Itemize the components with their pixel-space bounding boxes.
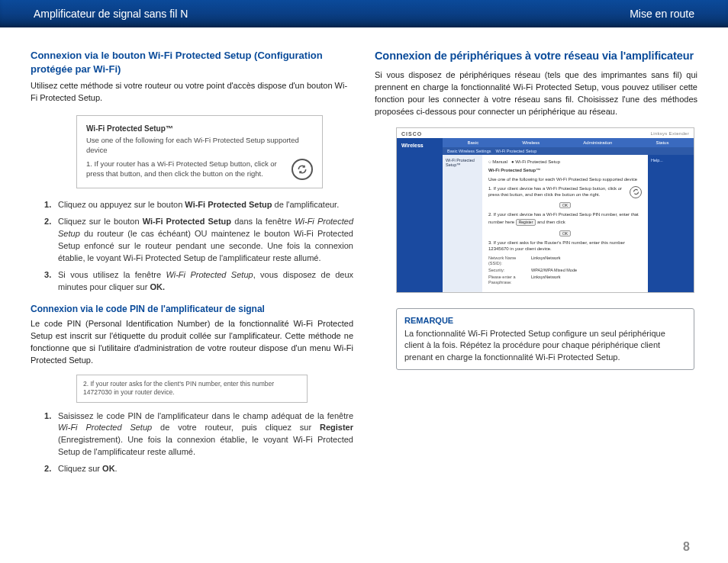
steps-wps-button: Cliquez ou appuyez sur le bouton Wi-Fi P… bbox=[47, 199, 353, 294]
bold: Wi-Fi Protected Setup bbox=[185, 200, 272, 209]
router-tab[interactable]: Administration bbox=[583, 140, 612, 145]
pin-intro: Le code PIN (Personal Identification Num… bbox=[31, 318, 353, 367]
text: (Enregistrement). Une fois la connexion … bbox=[58, 435, 353, 456]
section-heading-connect-devices: Connexion de périphériques à votre résea… bbox=[375, 49, 697, 63]
router-subtabs: Basic Wireless Settings Wi-Fi Protected … bbox=[443, 147, 694, 155]
italic: Wi-Fi Protected Setup bbox=[166, 270, 253, 279]
bold: Wi-Fi Protected Setup bbox=[143, 217, 231, 226]
router-tab[interactable]: Basic bbox=[468, 140, 479, 145]
brand-right: Linksys Extender bbox=[651, 131, 690, 137]
router-tabs: Basic Wireless Administration Status bbox=[443, 138, 694, 147]
router-right-panel: Help... bbox=[648, 155, 694, 292]
wps-icon[interactable] bbox=[630, 186, 642, 198]
figure-wps-button: Wi-Fi Protected Setup™ Use one of the fo… bbox=[76, 115, 323, 188]
router-field-value: LinksysNetwork bbox=[531, 256, 561, 266]
text: du routeur (le cas échéant) OU maintenez… bbox=[58, 229, 353, 262]
page-number: 8 bbox=[683, 540, 690, 554]
text: Cliquez sur bbox=[58, 464, 102, 473]
brand-logo: CISCO bbox=[401, 131, 422, 137]
text: de l'amplificateur. bbox=[272, 200, 340, 209]
router-step-1: 1. If your client device has a Wi-Fi Pro… bbox=[488, 186, 627, 198]
router-ok-button[interactable]: OK bbox=[559, 230, 571, 237]
text: . bbox=[115, 464, 118, 473]
router-field-label: Please enter a Passphrase: bbox=[488, 275, 527, 285]
bold: Register bbox=[320, 423, 353, 432]
header-bar: Amplificateur de signal sans fil N Mise … bbox=[0, 0, 728, 27]
router-field-label: Security: bbox=[488, 268, 527, 273]
router-field-value: LinksysNetwork bbox=[531, 275, 561, 285]
router-main-panel: ○ Manual ● Wi-Fi Protected Setup Wi-Fi P… bbox=[482, 155, 648, 292]
bold: OK bbox=[102, 464, 115, 473]
figure-subtitle: Use one of the following for each Wi-Fi … bbox=[86, 136, 313, 156]
note-text: La fonctionnalité Wi-Fi Protected Setup … bbox=[404, 329, 665, 362]
router-side-label: Wireless bbox=[397, 138, 443, 292]
text: Si vous utilisez la fenêtre bbox=[58, 270, 166, 279]
router-step-3: 3. If your client asks for the Router's … bbox=[488, 240, 642, 253]
step-item: Cliquez ou appuyez sur le bouton Wi-Fi P… bbox=[47, 199, 353, 211]
figure-pin-instruction: 2. If your router asks for the client's … bbox=[76, 375, 308, 403]
page-body: Connexion via le bouton Wi-Fi Protected … bbox=[0, 27, 728, 480]
figure-router-admin: CISCO Linksys Extender Wireless Basic Wi… bbox=[396, 127, 694, 293]
italic: Wi-Fi Protected Setup bbox=[58, 423, 152, 432]
router-content-line: Use one of the following for each Wi-Fi … bbox=[488, 177, 642, 183]
bold: OK. bbox=[150, 282, 165, 291]
left-column: Connexion via le bouton Wi-Fi Protected … bbox=[31, 49, 353, 480]
note-label: REMARQUE bbox=[404, 315, 686, 327]
step-item: Si vous utilisez la fenêtre Wi-Fi Protec… bbox=[47, 269, 353, 294]
text: Cliquez ou appuyez sur le bouton bbox=[58, 200, 185, 209]
header-left: Amplificateur de signal sans fil N bbox=[34, 8, 188, 20]
text: de votre routeur, puis cliquez sur bbox=[152, 423, 320, 432]
router-help-link[interactable]: Help... bbox=[651, 158, 663, 162]
router-field-label: Network Name (SSID): bbox=[488, 256, 527, 266]
text: Saisissez le code PIN de l'amplificateur… bbox=[58, 411, 353, 420]
router-mode-option[interactable]: Wi-Fi Protected Setup bbox=[515, 159, 560, 164]
step-item: Cliquez sur OK. bbox=[47, 463, 353, 475]
figure-step-text: 1. If your router has a Wi-Fi Protected … bbox=[86, 159, 284, 179]
step-item: Saisissez le code PIN de l'amplificateur… bbox=[47, 410, 353, 459]
right-column: Connexion de périphériques à votre résea… bbox=[375, 49, 697, 480]
text: Cliquez sur le bouton bbox=[58, 217, 143, 226]
router-ok-button[interactable]: OK bbox=[559, 202, 571, 209]
router-register-button[interactable]: Register bbox=[516, 219, 536, 226]
figure-title: Wi-Fi Protected Setup™ bbox=[86, 124, 313, 134]
note-box: REMARQUE La fonctionnalité Wi-Fi Protect… bbox=[396, 308, 694, 371]
steps-pin: Saisissez le code PIN de l'amplificateur… bbox=[47, 410, 353, 476]
router-left-panel: Wi-Fi Protected Setup™ bbox=[443, 155, 482, 292]
router-subtab[interactable]: Basic Wireless Settings bbox=[447, 149, 491, 153]
wps-icon bbox=[292, 159, 313, 180]
router-step-2-post: and then click bbox=[537, 220, 565, 224]
wps-button-intro: Utilisez cette méthode si votre routeur … bbox=[31, 80, 353, 105]
step-item: Cliquez sur le bouton Wi-Fi Protected Se… bbox=[47, 216, 353, 265]
router-tab[interactable]: Status bbox=[656, 140, 668, 145]
section-heading-wps-button: Connexion via le bouton Wi-Fi Protected … bbox=[31, 49, 353, 76]
router-subtab[interactable]: Wi-Fi Protected Setup bbox=[495, 149, 536, 153]
router-tab[interactable]: Wireless bbox=[522, 140, 540, 145]
router-field-value: WPA2/WPA Mixed Mode bbox=[531, 268, 577, 273]
section-heading-pin: Connexion via le code PIN de l'amplifica… bbox=[31, 303, 353, 315]
connect-devices-intro: Si vous disposez de périphériques réseau… bbox=[375, 69, 697, 118]
header-right: Mise en route bbox=[630, 8, 694, 20]
text: dans la fenêtre bbox=[231, 217, 295, 226]
router-mode-option[interactable]: Manual bbox=[492, 159, 507, 164]
router-content-title: Wi-Fi Protected Setup™ bbox=[488, 168, 642, 174]
